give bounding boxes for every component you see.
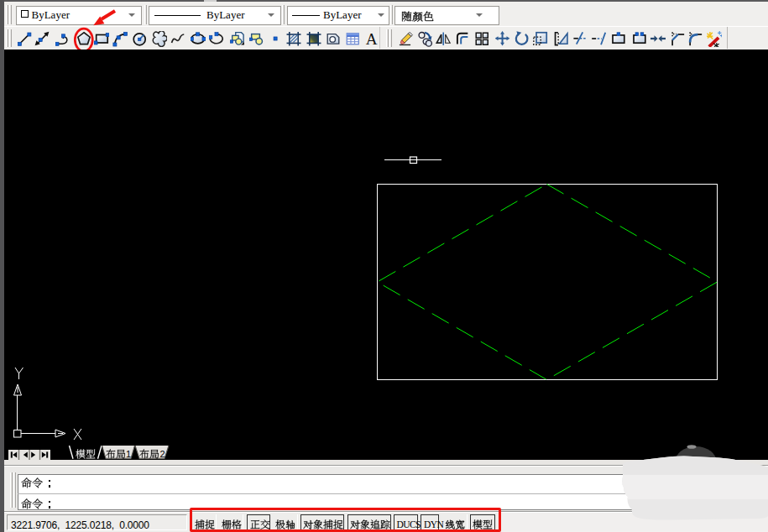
svg-text:A: A [366, 31, 378, 47]
